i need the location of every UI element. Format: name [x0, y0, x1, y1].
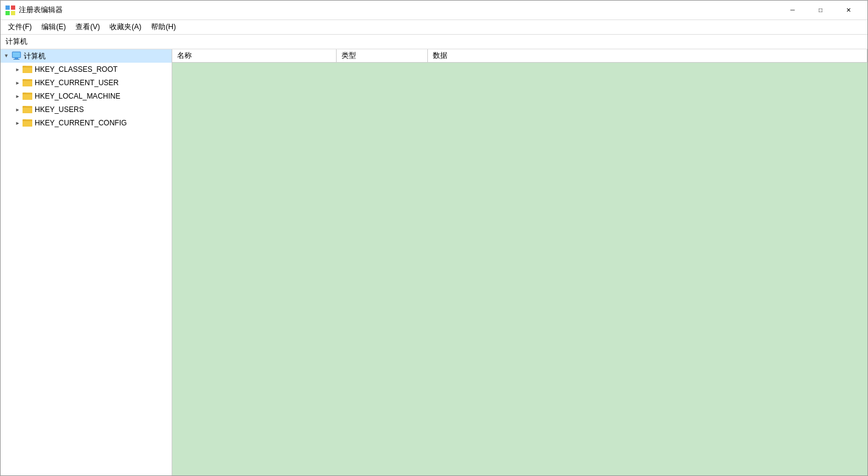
svg-rect-2: [5, 11, 10, 15]
maximize-button[interactable]: □: [807, 1, 835, 20]
data-header: 名称 类型 数据: [172, 49, 867, 63]
folder-icon: [23, 79, 32, 87]
column-name-label: 名称: [177, 51, 192, 61]
chevron-icon: ►: [2, 51, 12, 61]
address-bar: 计算机: [1, 35, 867, 49]
tree-item-local-machine[interactable]: ► HKEY_LOCAL_MACHINE: [1, 89, 172, 103]
tree-item-classes-root[interactable]: ► HKEY_CLASSES_ROOT: [1, 63, 172, 76]
folder-icon: [23, 92, 32, 100]
tree-item-current-user[interactable]: ► HKEY_CURRENT_USER: [1, 76, 172, 89]
chevron-icon: ►: [13, 78, 23, 88]
tree-item-computer[interactable]: ► 计算机: [1, 49, 172, 63]
window-title: 注册表编辑器: [19, 5, 779, 15]
column-type[interactable]: 类型: [337, 49, 428, 62]
window-controls: ─ □ ✕: [779, 1, 863, 20]
title-bar: 注册表编辑器 ─ □ ✕: [1, 1, 867, 20]
menu-item[interactable]: 编辑(E): [37, 21, 71, 33]
menu-item[interactable]: 收藏夹(A): [105, 21, 146, 33]
column-data-label: 数据: [433, 51, 447, 61]
minimize-button[interactable]: ─: [779, 1, 807, 20]
tree-item-current-config[interactable]: ► HKEY_CURRENT_CONFIG: [1, 116, 172, 130]
tree-item-label-0: HKEY_CLASSES_ROOT: [35, 65, 117, 74]
main-content: ► 计算机 ►: [1, 49, 867, 475]
tree-item-label-4: HKEY_CURRENT_CONFIG: [35, 119, 127, 127]
data-panel: 名称 类型 数据: [172, 49, 867, 475]
svg-rect-5: [13, 52, 20, 57]
column-data[interactable]: 数据: [428, 49, 867, 62]
tree-item-label-1: HKEY_CURRENT_USER: [35, 79, 119, 87]
computer-icon: [12, 51, 21, 61]
tree-item-users[interactable]: ► HKEY_USERS: [1, 103, 172, 116]
close-button[interactable]: ✕: [835, 1, 863, 20]
app-icon: [5, 5, 15, 15]
menu-bar: 文件(F)编辑(E)查看(V)收藏夹(A)帮助(H): [1, 20, 867, 35]
svg-rect-7: [13, 59, 19, 60]
folder-icon: [23, 105, 32, 114]
data-body[interactable]: [172, 63, 867, 475]
chevron-icon: ►: [13, 91, 23, 101]
tree-panel[interactable]: ► 计算机 ►: [1, 49, 172, 475]
svg-rect-1: [11, 5, 15, 10]
tree-root-label: 计算机: [24, 51, 46, 61]
tree-item-label-2: HKEY_LOCAL_MACHINE: [35, 92, 121, 100]
tree-item-label-3: HKEY_USERS: [35, 105, 84, 114]
menu-item[interactable]: 查看(V): [71, 21, 105, 33]
svg-rect-0: [5, 5, 10, 10]
menu-item[interactable]: 文件(F): [3, 21, 37, 33]
folder-icon: [23, 119, 32, 127]
chevron-icon: ►: [13, 65, 23, 74]
column-type-label: 类型: [341, 51, 356, 61]
chevron-icon: ►: [13, 105, 23, 114]
menu-item[interactable]: 帮助(H): [146, 21, 181, 33]
svg-rect-3: [11, 11, 15, 15]
column-name[interactable]: 名称: [172, 49, 337, 62]
chevron-icon: ►: [13, 118, 23, 128]
svg-rect-6: [15, 58, 18, 59]
main-window: 注册表编辑器 ─ □ ✕ 文件(F)编辑(E)查看(V)收藏夹(A)帮助(H) …: [0, 0, 868, 476]
folder-icon: [23, 65, 32, 74]
address-path: 计算机: [5, 37, 27, 47]
